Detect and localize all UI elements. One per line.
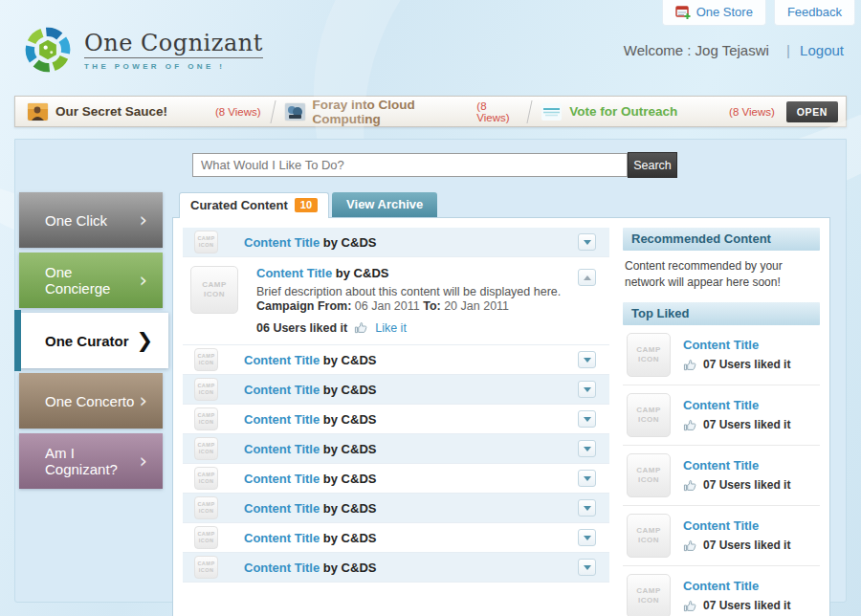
tab-curated-content[interactable]: Curated Content 10 [179,192,329,218]
curated-content-list: CAMPICON Content Title by C&DS CAMPICON [183,228,609,616]
top-liked-title-link[interactable]: Content Title [683,458,790,473]
top-liked-title-link[interactable]: Content Title [683,518,790,533]
welcome-text: Welcome : Jog Tejaswi [624,42,769,58]
content-row: CAMPICON Content Title by C&DS [183,464,609,494]
chevron-down-icon [584,536,591,544]
thumbs-up-icon [683,418,697,432]
content-title-link[interactable]: Content Title [244,501,320,516]
logo-text: One Cognizant THE POWER OF ONE ! [84,30,263,71]
chevron-down-icon [584,240,591,249]
top-links: One Store Feedback [662,0,855,26]
thumbs-up-icon [683,478,697,493]
top-liked-title-link[interactable]: Content Title [683,398,790,412]
one-store-button[interactable]: One Store [662,0,766,26]
ticker-label: Our Secret Sauce! [55,104,167,119]
content-title-link[interactable]: Content Title [244,412,320,427]
ticker-item[interactable]: Vote for Outreach (8 Views) [541,103,786,121]
sidebar-item-label: One Concierge [45,264,140,297]
like-it-link[interactable]: Like it [375,321,407,335]
content-title-link[interactable]: Content Title [244,383,320,397]
sidebar-item-one-concierge[interactable]: One Concierge › [19,253,163,308]
ticker-views: (8 Views) [729,106,775,118]
content-title-link[interactable]: Content Title [244,531,320,545]
feedback-button[interactable]: Feedback [774,0,855,26]
logout-link[interactable]: Logout [800,42,844,58]
campaign-thumbnail: CAMPICON [627,333,671,377]
campaign-to-date: 20 Jan 2011 [444,299,509,313]
chevron-right-icon: › [140,210,147,231]
expand-button[interactable] [578,499,596,517]
content-title-link[interactable]: Content Title [256,266,332,280]
welcome-row: Welcome : Jog Tejaswi | Logout [624,42,844,58]
content-author: by C&DS [323,383,377,397]
sidebar-item-one-concerto[interactable]: One Concerto › [19,373,163,429]
top-liked-count: 07 Users liked it [703,478,790,492]
campaign-to-label: To: [423,299,441,313]
campaign-thumbnail: CAMPICON [194,348,218,371]
ticker-item[interactable]: Foray into Cloud Computing (8 Views) [285,98,530,126]
top-liked-item: CAMPICON Content Title 07 Users liked it [623,325,820,385]
top-liked-title-link[interactable]: Content Title [683,579,790,593]
ticker-views: (8 Views) [215,106,261,118]
expand-button[interactable] [578,440,596,457]
content-row: CAMPICON Content Title by C&DS [183,434,609,464]
content-row-title: Content Title by C&DS [244,442,376,456]
ticker-item[interactable]: Our Secret Sauce! (8 Views) [28,103,273,121]
top-liked-header: Top Liked [623,302,820,325]
content-row: CAMPICON Content Title by C&DS [183,523,609,553]
search-input[interactable] [192,153,628,177]
page-header: One Store Feedback One Cognizant THE POW… [0,0,861,91]
content-title-link[interactable]: Content Title [244,561,320,575]
one-cognizant-logo-icon [21,23,75,77]
chevron-up-icon [584,272,591,280]
sidebar-item-one-click[interactable]: One Click › [19,192,163,248]
expand-button[interactable] [578,381,596,398]
expand-button[interactable] [578,233,596,251]
ticker-views: (8 Views) [476,100,518,123]
content-row-title: Content Title by C&DS [244,531,376,545]
sidebar: One Click › One Concierge › One Curator … [19,192,163,616]
top-liked-meta: 07 Users liked it [683,599,790,613]
welcome-divider: | [786,42,790,58]
top-liked-item: CAMPICON Content Title 07 Users liked it [623,446,820,506]
top-liked-count: 07 Users liked it [703,418,790,431]
content-title-link[interactable]: Content Title [244,442,320,456]
likes-count: 06 Users liked it [256,321,347,335]
content-row: CAMPICON Content Title by C&DS [183,375,609,405]
content-row-title: Content Title by C&DS [256,266,578,280]
chevron-right-icon: › [140,271,147,291]
content-row-title: Content Title by C&DS [244,353,376,367]
content-title-link[interactable]: Content Title [244,235,320,250]
top-liked-count: 07 Users liked it [703,358,790,371]
content-row-title: Content Title by C&DS [244,472,376,486]
expand-button[interactable] [578,559,596,576]
cloud-computing-icon [285,103,305,121]
thumbs-up-icon [683,539,697,553]
content-title-link[interactable]: Content Title [244,472,320,486]
content-author: by C&DS [323,353,377,367]
tab-bar: Curated Content 10 View Archive [179,192,830,217]
sidebar-item-am-i-cognizant[interactable]: Am I Cognizant? › [19,433,163,489]
top-liked-title-link[interactable]: Content Title [683,338,790,352]
content-row: CAMPICON Content Title by C&DS [183,553,609,583]
chevron-down-icon [584,358,591,366]
campaign-thumbnail: CAMPICON [190,266,238,314]
expand-button[interactable] [578,470,596,487]
ticker-open-button[interactable]: OPEN [786,101,838,122]
campaign-thumbnail: CAMPICON [194,437,218,460]
expand-button[interactable] [578,410,596,428]
expand-button[interactable] [578,529,596,546]
expand-button[interactable] [578,351,596,368]
chevron-right-icon: › [140,391,147,411]
top-liked-count: 07 Users liked it [703,539,790,552]
thumbs-up-icon [683,358,697,372]
campaign-thumbnail: CAMPICON [627,574,671,616]
presenter-photo-icon [28,103,48,121]
content-title-link[interactable]: Content Title [244,353,320,367]
tab-view-archive[interactable]: View Archive [332,192,437,217]
sidebar-item-one-curator[interactable]: One Curator ❯ [19,313,168,368]
campaign-thumbnail: CAMPICON [194,496,218,519]
campaign-thumbnail: CAMPICON [194,526,218,549]
search-button[interactable]: Search [628,152,677,178]
collapse-button[interactable] [578,269,596,286]
